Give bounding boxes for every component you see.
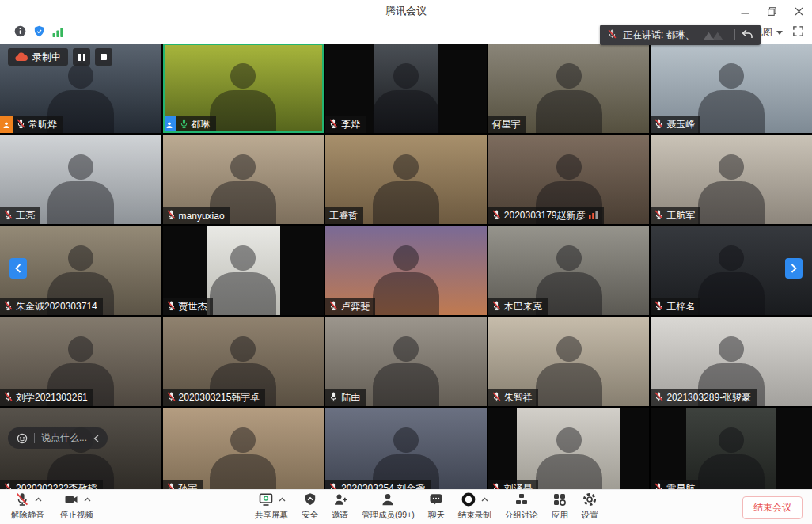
participant-silhouette bbox=[719, 427, 744, 453]
titlebar: 腾讯会议 bbox=[0, 0, 812, 22]
video-tile[interactable]: 王亮 bbox=[0, 135, 161, 224]
members-icon bbox=[380, 492, 396, 511]
participant-silhouette bbox=[373, 90, 439, 133]
participant-label: 贾世杰 bbox=[163, 298, 213, 315]
toolbar-breakout-button[interactable]: 分组讨论 bbox=[505, 492, 538, 521]
mic-muted-icon bbox=[167, 209, 176, 222]
toolbar-mic-muted-button[interactable]: 解除静音 bbox=[11, 492, 44, 521]
toolbar-record-stop-button[interactable]: 结束录制 bbox=[458, 492, 491, 521]
participant-silhouette bbox=[393, 63, 419, 89]
chevron-left-icon[interactable] bbox=[93, 435, 99, 442]
video-tile[interactable]: 都琳 bbox=[163, 44, 324, 133]
video-tile[interactable]: 聂玉峰 bbox=[651, 44, 812, 133]
participant-silhouette bbox=[698, 90, 765, 133]
participant-name: manyuxiao bbox=[179, 211, 225, 222]
mic-muted-icon bbox=[4, 482, 13, 489]
smiley-icon bbox=[17, 433, 28, 444]
participant-video bbox=[686, 408, 776, 489]
meeting-info-icon[interactable] bbox=[14, 25, 26, 40]
video-tile[interactable]: 2021303289-张骏豪 bbox=[651, 317, 812, 406]
chevron-up-icon[interactable] bbox=[35, 491, 42, 505]
participant-silhouette bbox=[230, 245, 256, 271]
participant-silhouette bbox=[68, 154, 93, 180]
toolbar-settings-button[interactable]: 设置 bbox=[582, 492, 598, 521]
participant-silhouette bbox=[68, 245, 93, 271]
network-signal-icon[interactable] bbox=[52, 26, 64, 40]
participant-silhouette bbox=[556, 336, 582, 362]
video-tile[interactable]: 孙宇 bbox=[163, 408, 324, 489]
security-shield-icon[interactable] bbox=[33, 25, 45, 40]
video-tile[interactable]: 贾世杰 bbox=[163, 226, 324, 315]
end-meeting-button[interactable]: 结束会议 bbox=[742, 496, 803, 519]
minimize-button[interactable] bbox=[731, 0, 758, 22]
toolbar-invite-button[interactable]: 邀请 bbox=[332, 492, 348, 521]
reply-arrow-icon[interactable] bbox=[742, 29, 753, 41]
mic-active-icon bbox=[180, 118, 188, 131]
video-tile[interactable]: 2020303179赵新彦 bbox=[488, 135, 650, 224]
participant-silhouette bbox=[373, 363, 439, 406]
participant-silhouette bbox=[698, 181, 765, 224]
participant-label: 2020303222李敬韬 bbox=[0, 480, 103, 489]
video-tile[interactable]: 卢弈斐 bbox=[325, 226, 487, 315]
video-tile[interactable]: 刘学2021303261 bbox=[0, 317, 161, 406]
fullscreen-button[interactable] bbox=[792, 25, 804, 40]
pause-recording-button[interactable] bbox=[73, 48, 90, 66]
toolbar-shield-button[interactable]: 安全 bbox=[302, 492, 318, 521]
quick-chat-bubble[interactable]: 说点什么... bbox=[8, 427, 108, 449]
video-tile[interactable]: 何星宇 bbox=[488, 44, 650, 133]
video-tile[interactable]: 木巴来克 bbox=[488, 226, 650, 315]
participant-silhouette bbox=[210, 90, 276, 133]
video-tile[interactable]: 李烨 bbox=[325, 44, 487, 133]
mic-on-icon bbox=[329, 391, 338, 404]
meeting-toolbar: 解除静音 停止视频 共享屏幕 安全 邀请 管理成员(99+) 聊天 结束录制 bbox=[0, 489, 812, 524]
video-tile[interactable]: 2020303254 刘金尧 bbox=[325, 408, 487, 489]
stop-recording-button[interactable] bbox=[95, 48, 112, 66]
mic-muted-icon bbox=[167, 391, 176, 404]
participant-label: 2020303215韩宇卓 bbox=[163, 389, 266, 406]
toolbar-share-screen-button[interactable]: 共享屏幕 bbox=[255, 492, 288, 521]
mic-muted-icon bbox=[4, 391, 13, 404]
toolbar-chat-button[interactable]: 聊天 bbox=[428, 492, 445, 521]
participant-label: 2020303179赵新彦 bbox=[488, 207, 604, 224]
video-tile[interactable]: 刘泽旻 bbox=[488, 408, 650, 489]
video-tile[interactable]: 王航军 bbox=[651, 135, 812, 224]
participant-silhouette bbox=[719, 336, 744, 362]
participant-silhouette bbox=[719, 245, 744, 271]
participant-label: 朱金诚2020303714 bbox=[0, 298, 103, 315]
mic-muted-icon bbox=[655, 209, 663, 222]
video-tile[interactable]: 雷昱航 bbox=[651, 408, 812, 489]
chat-divider bbox=[34, 433, 35, 443]
video-tile[interactable]: 2020303215韩宇卓 bbox=[163, 317, 324, 406]
toolbar-camera-button[interactable]: 停止视频 bbox=[60, 492, 93, 521]
toolbar-members-button[interactable]: 管理成员(99+) bbox=[362, 492, 415, 521]
participant-silhouette bbox=[556, 154, 582, 180]
stop-icon bbox=[101, 54, 107, 60]
participant-silhouette bbox=[230, 336, 256, 362]
video-tile[interactable]: manyuxiao bbox=[163, 135, 324, 224]
previous-page-button[interactable] bbox=[9, 258, 27, 279]
next-page-button[interactable] bbox=[785, 258, 803, 279]
participant-label: 都琳 bbox=[163, 116, 216, 133]
video-tile[interactable]: 王睿哲 bbox=[325, 135, 487, 224]
participant-name: 王梓名 bbox=[666, 300, 695, 313]
toolbar-apps-button[interactable]: 应用 bbox=[552, 492, 568, 521]
quick-chat-placeholder: 说点什么... bbox=[41, 431, 87, 445]
mic-muted-icon bbox=[492, 209, 501, 222]
minimize-icon bbox=[741, 7, 749, 16]
chevron-right-icon bbox=[791, 264, 797, 273]
close-button[interactable] bbox=[785, 0, 812, 22]
chevron-left-icon bbox=[15, 264, 21, 273]
restore-button[interactable] bbox=[758, 0, 785, 22]
chevron-up-icon[interactable] bbox=[279, 491, 286, 505]
video-tile[interactable]: 朱智祥 bbox=[488, 317, 650, 406]
chevron-up-icon[interactable] bbox=[481, 491, 488, 505]
participant-silhouette bbox=[698, 272, 765, 315]
video-tile[interactable]: 陆由 bbox=[325, 317, 487, 406]
chevron-up-icon[interactable] bbox=[84, 491, 91, 505]
participant-name: 李烨 bbox=[341, 118, 360, 131]
participant-label: 李烨 bbox=[325, 116, 366, 133]
toolbar-left-group: 解除静音 停止视频 bbox=[11, 492, 93, 521]
participant-name: 2020303215韩宇卓 bbox=[179, 391, 260, 404]
mic-muted-icon bbox=[655, 482, 663, 489]
participant-silhouette bbox=[373, 272, 439, 315]
